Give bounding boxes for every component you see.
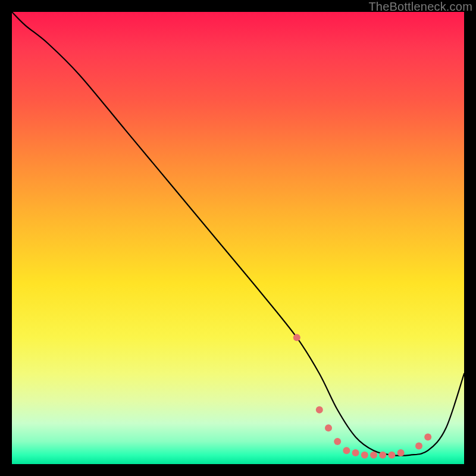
curve-marker	[379, 452, 386, 459]
curve-marker	[370, 452, 377, 459]
curve-marker	[325, 424, 332, 431]
curve-marker	[316, 406, 323, 414]
curve-marker	[334, 438, 341, 445]
curve-marker	[293, 334, 300, 341]
curve-marker	[352, 449, 359, 456]
curve-markers	[293, 334, 431, 459]
curve-path	[12, 12, 464, 456]
chart-frame: TheBottleneck.com	[0, 0, 476, 476]
curve-marker	[397, 449, 405, 456]
curve-svg	[12, 12, 464, 464]
curve-marker	[343, 447, 350, 454]
curve-marker	[388, 452, 395, 459]
curve-marker	[415, 443, 422, 450]
curve-marker	[361, 452, 368, 459]
curve-marker	[424, 433, 431, 440]
plot-area	[12, 12, 464, 464]
